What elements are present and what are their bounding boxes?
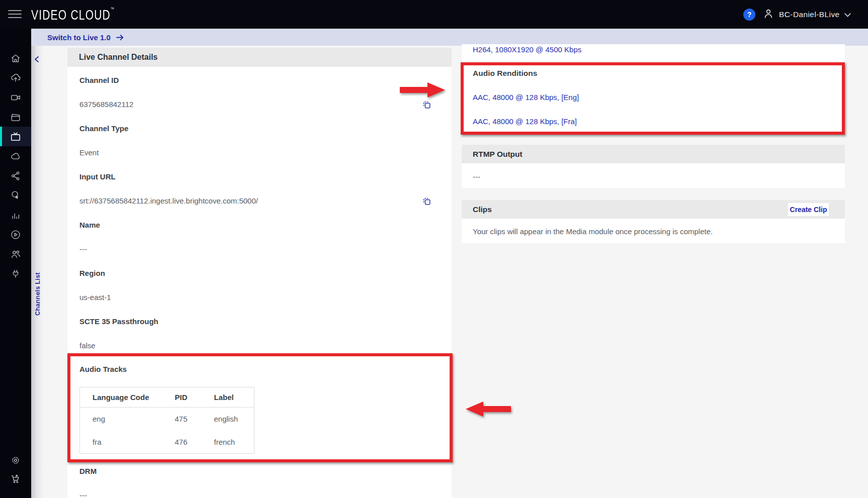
chevron-down-icon	[844, 10, 851, 19]
sidebar-item-playlists[interactable]	[0, 107, 31, 127]
sidebar-item-analytics[interactable]	[0, 205, 31, 225]
user-icon	[762, 8, 774, 22]
video-camera-icon	[10, 92, 21, 103]
field-value-channel-type: Event	[79, 148, 99, 157]
switch-to-live-link[interactable]: Switch to Live 1.0	[47, 29, 124, 46]
annotation-arrow-left-icon	[465, 401, 511, 417]
clips-message: Your clips will appear in the Media modu…	[473, 227, 713, 236]
cell-pid: 475	[175, 408, 214, 431]
column-header-pid: PID	[175, 387, 214, 408]
rtmp-output-body: ---	[462, 163, 845, 188]
field-label-input-url: Input URL	[79, 172, 116, 181]
live-tv-icon	[10, 131, 21, 142]
home-icon	[10, 53, 21, 64]
channels-list-tab[interactable]: Channels List	[31, 265, 44, 323]
cell-label: french	[214, 431, 254, 454]
clips-body: Your clips will appear in the Media modu…	[462, 219, 845, 243]
table-row: fra 476 french	[80, 431, 254, 454]
audio-rendition-link[interactable]: AAC, 48000 @ 128 Kbps, [Eng]	[473, 93, 579, 102]
cell-language-code: fra	[80, 431, 175, 454]
field-label-channel-id: Channel ID	[79, 76, 119, 84]
sidebar-item-upload[interactable]	[0, 68, 31, 87]
field-label-region: Region	[79, 269, 105, 277]
panel-header: Live Channel Details	[67, 48, 452, 67]
field-value-input-url: srt://6375685842112.ingest.live.brightco…	[79, 196, 258, 205]
switch-version-banner: Switch to Live 1.0	[31, 29, 868, 46]
hamburger-menu-icon[interactable]	[8, 9, 22, 20]
field-value-name: ---	[79, 245, 87, 253]
panel-title: Live Channel Details	[79, 53, 158, 62]
copy-channel-id-button[interactable]	[420, 98, 432, 111]
help-button[interactable]: ?	[743, 9, 755, 21]
video-rendition-link[interactable]: H264, 1080X1920 @ 4500 Kbps	[473, 45, 581, 54]
clapperboard-icon	[10, 112, 21, 123]
copy-icon	[422, 197, 431, 206]
field-label-channel-type: Channel Type	[79, 124, 128, 133]
field-value-region: us-east-1	[79, 293, 111, 302]
play-circle-icon	[10, 229, 21, 240]
upload-icon	[10, 72, 21, 83]
rtmp-output-value: ---	[473, 172, 480, 181]
bar-chart-icon	[10, 210, 21, 221]
sidebar-item-media[interactable]	[0, 87, 31, 107]
module-sidebar	[0, 29, 31, 498]
cloud-icon	[10, 151, 21, 162]
sidebar-item-integrations[interactable]	[0, 264, 31, 283]
interactivity-icon	[10, 190, 21, 201]
field-label-name: Name	[79, 221, 100, 229]
sidebar-item-audience[interactable]	[0, 244, 31, 264]
table-header-row: Language Code PID Label	[80, 387, 254, 408]
cell-language-code: eng	[80, 408, 175, 431]
sidebar-item-marketplace[interactable]	[0, 469, 31, 488]
top-app-bar: VIDEO CLOUD™ ? BC-Daniel-BLive	[0, 0, 868, 29]
video-cloud-logo: VIDEO CLOUD™	[31, 7, 114, 23]
audio-renditions-title: Audio Renditions	[473, 69, 537, 78]
cell-label: english	[214, 408, 254, 431]
cart-icon	[10, 473, 21, 484]
arrow-right-icon	[116, 34, 124, 41]
table-row: eng 475 english	[80, 408, 254, 431]
share-icon	[10, 170, 21, 181]
annotation-arrow-right-icon	[400, 82, 446, 98]
audio-tracks-table: Language Code PID Label eng 475 english …	[79, 387, 254, 454]
field-value-scte35: false	[79, 341, 96, 350]
video-renditions-section: H264, 1080X1920 @ 4500 Kbps	[462, 44, 845, 62]
live-channel-details-page: VIDEO CLOUD™ ? BC-Daniel-BLive Switch to…	[0, 0, 868, 498]
copy-input-url-button[interactable]	[420, 195, 432, 207]
account-menu[interactable]: BC-Daniel-BLive	[762, 0, 851, 29]
collapse-panel-chevron-icon[interactable]	[34, 56, 40, 63]
field-value-drm: ---	[79, 491, 87, 498]
copy-icon	[422, 101, 431, 109]
account-name: BC-Daniel-BLive	[779, 10, 840, 19]
sidebar-item-interactivity[interactable]	[0, 185, 31, 205]
gear-icon	[10, 455, 21, 466]
field-label-scte35: SCTE 35 Passthrough	[79, 317, 158, 326]
plug-icon	[10, 268, 21, 279]
audio-rendition-link[interactable]: AAC, 48000 @ 128 Kbps, [Fra]	[473, 117, 577, 126]
sidebar-item-settings[interactable]	[0, 450, 31, 470]
clips-header: Clips	[462, 200, 845, 219]
sidebar-item-home[interactable]	[0, 48, 31, 68]
trademark-mark: ™	[111, 7, 114, 12]
sidebar-item-syndication[interactable]	[0, 166, 31, 185]
field-label-drm: DRM	[79, 467, 97, 475]
sidebar-item-players[interactable]	[0, 225, 31, 244]
sidebar-item-live[interactable]	[0, 127, 31, 146]
rtmp-output-header: RTMP Output	[462, 145, 845, 163]
audio-tracks-title: Audio Tracks	[79, 365, 127, 373]
sidebar-item-cloud[interactable]	[0, 146, 31, 166]
people-icon	[10, 249, 21, 260]
column-header-language-code: Language Code	[80, 387, 175, 408]
column-header-label: Label	[214, 387, 254, 408]
field-value-channel-id: 6375685842112	[79, 100, 133, 109]
cell-pid: 476	[175, 431, 214, 454]
create-clip-button[interactable]: Create Clip	[788, 203, 829, 216]
